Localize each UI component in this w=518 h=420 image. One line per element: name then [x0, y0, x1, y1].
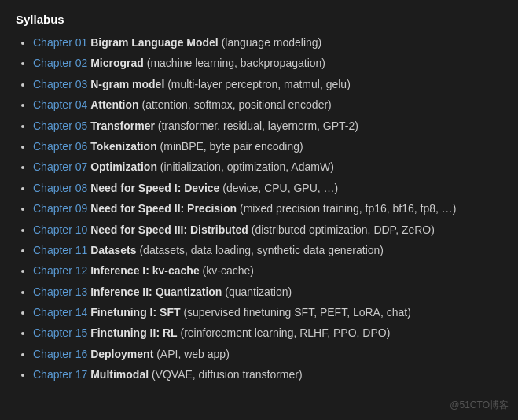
chapter-bold-title-17: Multimodal: [90, 368, 149, 381]
chapter-link-15[interactable]: Chapter 15: [33, 326, 87, 339]
chapter-description-17: (VQVAE, diffusion transformer): [152, 368, 303, 381]
list-item: Chapter 12 Inference I: kv-cache (kv-cac…: [33, 262, 502, 279]
list-item: Chapter 09 Need for Speed II: Precision …: [33, 200, 502, 217]
chapter-description-12: (kv-cache): [203, 264, 254, 277]
chapter-link-02[interactable]: Chapter 02: [33, 57, 87, 69]
chapter-bold-title-16: Deployment: [90, 348, 153, 360]
chapter-link-13[interactable]: Chapter 13: [33, 286, 87, 298]
chapter-link-16[interactable]: Chapter 16: [33, 348, 87, 360]
chapter-bold-title-03: N-gram model: [90, 78, 164, 90]
chapter-bold-title-09: Need for Speed II: Precision: [90, 202, 237, 215]
list-item: Chapter 10 Need for Speed III: Distribut…: [33, 221, 502, 238]
chapter-description-06: (minBPE, byte pair encoding): [160, 140, 303, 153]
chapter-description-10: (distributed optimization, DDP, ZeRO): [252, 223, 435, 236]
list-item: Chapter 03 N-gram model (multi-layer per…: [33, 76, 502, 93]
chapter-link-01[interactable]: Chapter 01: [33, 36, 87, 49]
chapter-bold-title-02: Micrograd: [90, 57, 144, 69]
chapter-description-04: (attention, softmax, positional encoder): [142, 98, 332, 111]
chapter-description-03: (multi-layer perceptron, matmul, gelu): [167, 78, 351, 90]
chapter-description-09: (mixed precision training, fp16, bf16, f…: [240, 202, 456, 215]
list-item: Chapter 08 Need for Speed I: Device (dev…: [33, 179, 502, 197]
chapter-bold-title-10: Need for Speed III: Distributed: [90, 223, 248, 236]
chapter-link-08[interactable]: Chapter 08: [33, 182, 87, 194]
chapter-bold-title-05: Transformer: [90, 120, 155, 132]
chapter-bold-title-12: Inference I: kv-cache: [90, 264, 200, 277]
chapter-list: Chapter 01 Bigram Language Model (langua…: [16, 34, 502, 384]
chapter-bold-title-11: Datasets: [90, 244, 136, 256]
chapter-description-14: (supervised finetuning SFT, PEFT, LoRA, …: [183, 306, 410, 319]
syllabus-title: Syllabus: [16, 13, 502, 26]
chapter-link-17[interactable]: Chapter 17: [33, 368, 87, 381]
chapter-link-11[interactable]: Chapter 11: [33, 244, 87, 256]
chapter-description-05: (transformer, residual, layernorm, GPT-2…: [158, 120, 358, 132]
chapter-description-07: (initialization, optimization, AdamW): [160, 160, 334, 173]
chapter-link-12[interactable]: Chapter 12: [33, 264, 87, 277]
list-item: Chapter 16 Deployment (API, web app): [33, 345, 502, 363]
chapter-link-14[interactable]: Chapter 14: [33, 306, 87, 319]
list-item: Chapter 13 Inference II: Quantization (q…: [33, 283, 502, 300]
chapter-description-02: (machine learning, backpropagation): [147, 57, 325, 69]
chapter-description-13: (quantization): [225, 286, 292, 298]
chapter-description-08: (device, CPU, GPU, …): [222, 182, 338, 194]
chapter-bold-title-04: Attention: [90, 98, 138, 111]
chapter-bold-title-06: Tokenization: [90, 140, 157, 153]
list-item: Chapter 17 Multimodal (VQVAE, diffusion …: [33, 366, 502, 383]
chapter-description-15: (reinforcement learning, RLHF, PPO, DPO): [180, 326, 390, 339]
list-item: Chapter 07 Optimization (initialization,…: [33, 158, 502, 175]
list-item: Chapter 02 Micrograd (machine learning, …: [33, 54, 502, 72]
list-item: Chapter 11 Datasets (datasets, data load…: [33, 241, 502, 259]
chapter-link-03[interactable]: Chapter 03: [33, 78, 87, 90]
list-item: Chapter 05 Transformer (transformer, res…: [33, 117, 502, 134]
list-item: Chapter 15 Finetuning II: RL (reinforcem…: [33, 324, 502, 341]
chapter-link-07[interactable]: Chapter 07: [33, 160, 87, 173]
chapter-link-05[interactable]: Chapter 05: [33, 120, 87, 132]
list-item: Chapter 06 Tokenization (minBPE, byte pa…: [33, 138, 502, 155]
chapter-bold-title-01: Bigram Language Model: [90, 36, 219, 49]
chapter-bold-title-08: Need for Speed I: Device: [90, 182, 219, 194]
list-item: Chapter 04 Attention (attention, softmax…: [33, 96, 502, 113]
chapter-description-01: (language modeling): [222, 36, 322, 49]
chapter-link-09[interactable]: Chapter 09: [33, 202, 87, 215]
chapter-description-11: (datasets, data loading, synthetic data …: [139, 244, 384, 256]
chapter-link-10[interactable]: Chapter 10: [33, 223, 87, 236]
chapter-link-06[interactable]: Chapter 06: [33, 140, 87, 153]
chapter-bold-title-15: Finetuning II: RL: [90, 326, 177, 339]
chapter-description-16: (API, web app): [156, 348, 230, 360]
chapter-link-04[interactable]: Chapter 04: [33, 98, 87, 111]
chapter-bold-title-14: Finetuning I: SFT: [90, 306, 180, 319]
list-item: Chapter 14 Finetuning I: SFT (supervised…: [33, 304, 502, 321]
list-item: Chapter 01 Bigram Language Model (langua…: [33, 34, 502, 51]
chapter-bold-title-13: Inference II: Quantization: [90, 286, 222, 298]
watermark: @51CTO博客: [450, 399, 509, 412]
chapter-bold-title-07: Optimization: [90, 160, 157, 173]
